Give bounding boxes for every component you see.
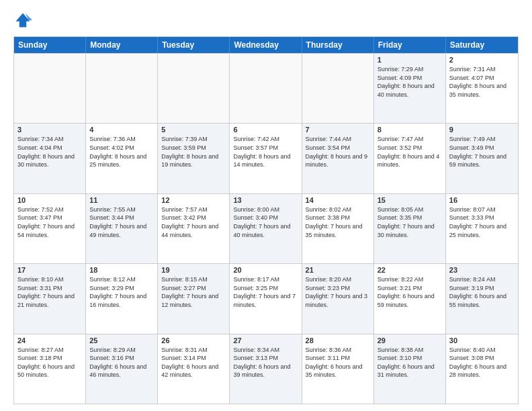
header-day-saturday: Saturday <box>446 37 518 53</box>
calendar: SundayMondayTuesdayWednesdayThursdayFrid… <box>13 36 519 404</box>
day-number: 9 <box>449 126 515 134</box>
cell-info: Sunrise: 8:29 AM Sunset: 3:16 PM Dayligh… <box>89 346 154 379</box>
cal-cell: 6Sunrise: 7:42 AM Sunset: 3:57 PM Daylig… <box>230 124 302 193</box>
page: SundayMondayTuesdayWednesdayThursdayFrid… <box>0 0 532 411</box>
header-day-thursday: Thursday <box>302 37 374 53</box>
svg-marker-0 <box>16 13 30 28</box>
cell-info: Sunrise: 8:31 AM Sunset: 3:14 PM Dayligh… <box>161 346 226 379</box>
day-number: 11 <box>89 196 154 204</box>
day-number: 22 <box>378 266 442 274</box>
day-number: 5 <box>161 126 226 134</box>
day-number: 18 <box>89 266 154 274</box>
cell-info: Sunrise: 7:39 AM Sunset: 3:59 PM Dayligh… <box>161 135 226 169</box>
calendar-header: SundayMondayTuesdayWednesdayThursdayFrid… <box>14 37 518 53</box>
cal-cell: 9Sunrise: 7:49 AM Sunset: 3:49 PM Daylig… <box>446 124 518 193</box>
cal-cell <box>86 54 158 123</box>
day-number: 16 <box>449 196 515 204</box>
cell-info: Sunrise: 8:17 AM Sunset: 3:25 PM Dayligh… <box>233 275 298 309</box>
day-number: 7 <box>306 126 370 134</box>
cal-cell: 29Sunrise: 8:38 AM Sunset: 3:10 PM Dayli… <box>374 334 446 404</box>
day-number: 25 <box>89 336 154 345</box>
cell-info: Sunrise: 8:22 AM Sunset: 3:21 PM Dayligh… <box>378 275 442 309</box>
header-day-monday: Monday <box>86 37 158 53</box>
cal-row-4: 24Sunrise: 8:27 AM Sunset: 3:18 PM Dayli… <box>14 334 518 404</box>
cal-cell: 11Sunrise: 7:55 AM Sunset: 3:44 PM Dayli… <box>86 194 158 263</box>
cal-cell: 26Sunrise: 8:31 AM Sunset: 3:14 PM Dayli… <box>158 334 230 404</box>
cell-info: Sunrise: 7:52 AM Sunset: 3:47 PM Dayligh… <box>17 205 82 239</box>
cal-cell: 19Sunrise: 8:15 AM Sunset: 3:27 PM Dayli… <box>158 264 230 333</box>
cal-cell: 4Sunrise: 7:36 AM Sunset: 4:02 PM Daylig… <box>86 124 158 193</box>
cal-cell: 30Sunrise: 8:40 AM Sunset: 3:08 PM Dayli… <box>446 334 518 404</box>
cell-info: Sunrise: 7:36 AM Sunset: 4:02 PM Dayligh… <box>89 135 154 169</box>
cal-cell: 5Sunrise: 7:39 AM Sunset: 3:59 PM Daylig… <box>158 124 230 193</box>
cell-info: Sunrise: 7:49 AM Sunset: 3:49 PM Dayligh… <box>449 135 515 169</box>
cell-info: Sunrise: 7:42 AM Sunset: 3:57 PM Dayligh… <box>233 135 298 169</box>
cell-info: Sunrise: 7:44 AM Sunset: 3:54 PM Dayligh… <box>306 135 370 169</box>
cell-info: Sunrise: 8:34 AM Sunset: 3:13 PM Dayligh… <box>233 346 298 379</box>
cell-info: Sunrise: 7:29 AM Sunset: 4:09 PM Dayligh… <box>378 65 442 99</box>
cal-cell <box>230 54 302 123</box>
cal-cell <box>302 54 374 123</box>
day-number: 28 <box>306 336 370 345</box>
day-number: 23 <box>449 266 515 274</box>
day-number: 26 <box>161 336 226 345</box>
cell-info: Sunrise: 7:55 AM Sunset: 3:44 PM Dayligh… <box>89 205 154 239</box>
day-number: 29 <box>378 336 442 345</box>
day-number: 3 <box>17 126 82 134</box>
cell-info: Sunrise: 8:36 AM Sunset: 3:11 PM Dayligh… <box>306 346 370 379</box>
day-number: 4 <box>89 126 154 134</box>
cal-cell: 1Sunrise: 7:29 AM Sunset: 4:09 PM Daylig… <box>374 54 446 123</box>
cell-info: Sunrise: 8:05 AM Sunset: 3:35 PM Dayligh… <box>378 205 442 239</box>
cal-cell: 7Sunrise: 7:44 AM Sunset: 3:54 PM Daylig… <box>302 124 374 193</box>
logo-icon <box>13 11 32 30</box>
cal-cell: 25Sunrise: 8:29 AM Sunset: 3:16 PM Dayli… <box>86 334 158 404</box>
cal-cell: 12Sunrise: 7:57 AM Sunset: 3:42 PM Dayli… <box>158 194 230 263</box>
day-number: 30 <box>449 336 515 345</box>
cal-cell: 22Sunrise: 8:22 AM Sunset: 3:21 PM Dayli… <box>374 264 446 333</box>
day-number: 19 <box>161 266 226 274</box>
cal-cell: 2Sunrise: 7:31 AM Sunset: 4:07 PM Daylig… <box>446 54 518 123</box>
cal-row-0: 1Sunrise: 7:29 AM Sunset: 4:09 PM Daylig… <box>14 53 518 123</box>
day-number: 14 <box>306 196 370 204</box>
day-number: 8 <box>378 126 442 134</box>
cal-cell: 3Sunrise: 7:34 AM Sunset: 4:04 PM Daylig… <box>14 124 86 193</box>
cal-cell: 8Sunrise: 7:47 AM Sunset: 3:52 PM Daylig… <box>374 124 446 193</box>
day-number: 20 <box>233 266 298 274</box>
cell-info: Sunrise: 7:34 AM Sunset: 4:04 PM Dayligh… <box>17 135 82 169</box>
cal-cell: 27Sunrise: 8:34 AM Sunset: 3:13 PM Dayli… <box>230 334 302 404</box>
cell-info: Sunrise: 8:00 AM Sunset: 3:40 PM Dayligh… <box>233 205 298 239</box>
day-number: 10 <box>17 196 82 204</box>
header-day-wednesday: Wednesday <box>230 37 302 53</box>
cal-cell <box>158 54 230 123</box>
day-number: 1 <box>378 56 442 64</box>
cal-cell: 21Sunrise: 8:20 AM Sunset: 3:23 PM Dayli… <box>302 264 374 333</box>
cal-row-1: 3Sunrise: 7:34 AM Sunset: 4:04 PM Daylig… <box>14 123 518 193</box>
cal-cell: 16Sunrise: 8:07 AM Sunset: 3:33 PM Dayli… <box>446 194 518 263</box>
cell-info: Sunrise: 8:02 AM Sunset: 3:38 PM Dayligh… <box>306 205 370 239</box>
header-day-friday: Friday <box>374 37 446 53</box>
cell-info: Sunrise: 8:38 AM Sunset: 3:10 PM Dayligh… <box>378 346 442 379</box>
cal-row-3: 17Sunrise: 8:10 AM Sunset: 3:31 PM Dayli… <box>14 263 518 333</box>
logo <box>13 11 35 30</box>
cal-cell: 13Sunrise: 8:00 AM Sunset: 3:40 PM Dayli… <box>230 194 302 263</box>
cal-cell <box>14 54 86 123</box>
cell-info: Sunrise: 8:07 AM Sunset: 3:33 PM Dayligh… <box>449 205 515 239</box>
cal-cell: 10Sunrise: 7:52 AM Sunset: 3:47 PM Dayli… <box>14 194 86 263</box>
day-number: 27 <box>233 336 298 345</box>
cal-cell: 17Sunrise: 8:10 AM Sunset: 3:31 PM Dayli… <box>14 264 86 333</box>
cell-info: Sunrise: 8:20 AM Sunset: 3:23 PM Dayligh… <box>306 275 370 309</box>
cell-info: Sunrise: 8:10 AM Sunset: 3:31 PM Dayligh… <box>17 275 82 309</box>
cell-info: Sunrise: 8:24 AM Sunset: 3:19 PM Dayligh… <box>449 275 515 309</box>
day-number: 17 <box>17 266 82 274</box>
cell-info: Sunrise: 7:57 AM Sunset: 3:42 PM Dayligh… <box>161 205 226 239</box>
cell-info: Sunrise: 8:40 AM Sunset: 3:08 PM Dayligh… <box>449 346 515 379</box>
cal-cell: 24Sunrise: 8:27 AM Sunset: 3:18 PM Dayli… <box>14 334 86 404</box>
header-day-tuesday: Tuesday <box>158 37 230 53</box>
day-number: 6 <box>233 126 298 134</box>
day-number: 21 <box>306 266 370 274</box>
day-number: 2 <box>449 56 515 64</box>
cal-cell: 28Sunrise: 8:36 AM Sunset: 3:11 PM Dayli… <box>302 334 374 404</box>
cell-info: Sunrise: 7:31 AM Sunset: 4:07 PM Dayligh… <box>449 65 515 99</box>
cal-cell: 20Sunrise: 8:17 AM Sunset: 3:25 PM Dayli… <box>230 264 302 333</box>
day-number: 15 <box>378 196 442 204</box>
